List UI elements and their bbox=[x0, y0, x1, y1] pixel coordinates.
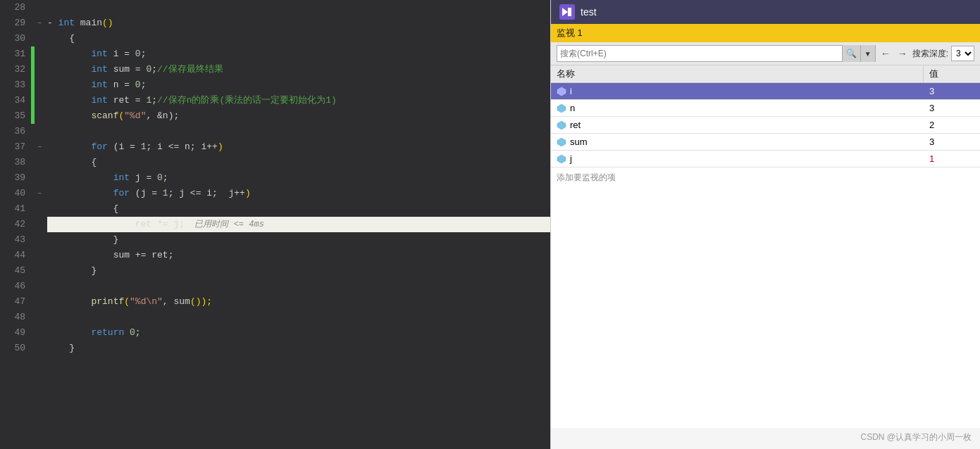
code-line: int i = 0; bbox=[47, 46, 550, 62]
line-number: 43 bbox=[6, 232, 25, 248]
watch-row[interactable]: ret2 bbox=[551, 117, 980, 134]
line-number: 47 bbox=[6, 294, 25, 310]
line-number: 31 bbox=[6, 46, 25, 62]
line-number: 30 bbox=[6, 31, 25, 46]
watch-table-header: 名称 值 bbox=[551, 65, 980, 83]
code-line bbox=[47, 310, 550, 325]
code-token: ; bbox=[141, 46, 147, 62]
collapse-cell bbox=[35, 201, 44, 217]
code-token: int bbox=[91, 93, 107, 108]
code-token: 0 bbox=[146, 62, 151, 77]
collapse-cell[interactable]: − bbox=[35, 15, 44, 31]
code-token bbox=[47, 248, 113, 263]
code-token: int bbox=[91, 77, 107, 93]
line-number: 37 bbox=[6, 139, 25, 155]
panel-title: test bbox=[581, 6, 597, 18]
code-line: } bbox=[47, 341, 550, 356]
code-token: ); bbox=[168, 108, 180, 124]
search-dropdown-btn[interactable]: ▼ bbox=[860, 45, 875, 62]
line-number: 46 bbox=[6, 279, 25, 294]
code-token: ++ bbox=[234, 186, 245, 201]
watch-var-name: sum bbox=[570, 137, 588, 147]
code-token bbox=[47, 294, 91, 310]
watch-var-value: 1 bbox=[924, 153, 980, 164]
watch-panel: test 监视 1 🔍 ▼ ← → 搜索深度: 3 1 2 4 5 名称 值 i… bbox=[550, 0, 980, 449]
code-token: ; bbox=[135, 325, 141, 341]
code-token: ; bbox=[141, 77, 147, 93]
line-number: 32 bbox=[6, 62, 25, 77]
variable-cube-icon bbox=[557, 103, 566, 113]
code-token: ret *= j; bbox=[135, 217, 185, 232]
code-token: 0 bbox=[135, 46, 141, 62]
depth-label: 搜索深度: bbox=[912, 48, 948, 60]
collapse-cell bbox=[35, 62, 44, 77]
code-area: 2829303132333435363738394041424344454647… bbox=[0, 0, 550, 449]
code-line: } bbox=[47, 232, 550, 248]
code-token: ; j <= i; j bbox=[168, 186, 235, 201]
search-input[interactable] bbox=[557, 49, 842, 58]
svg-rect-1 bbox=[568, 8, 571, 16]
code-token: 1 bbox=[163, 186, 168, 201]
line-number: 39 bbox=[6, 170, 25, 186]
watch-table: 名称 值 i3n3ret2sum3j1 添加要监视的项 bbox=[551, 65, 980, 428]
code-line: int j = 0; bbox=[47, 170, 550, 186]
line-number: 48 bbox=[6, 310, 25, 325]
code-token: ( bbox=[124, 294, 130, 310]
line-number: 49 bbox=[6, 325, 25, 341]
code-line bbox=[47, 279, 550, 294]
panel-tab[interactable]: 监视 1 bbox=[551, 24, 980, 42]
collapse-col: −−− bbox=[35, 0, 44, 449]
code-token: 0 bbox=[135, 77, 141, 93]
variable-cube-icon bbox=[557, 137, 566, 147]
line-number: 35 bbox=[6, 108, 25, 124]
code-token: int bbox=[91, 46, 107, 62]
line-number: 41 bbox=[6, 201, 25, 217]
code-token: i = bbox=[108, 46, 135, 62]
code-token: () bbox=[102, 15, 113, 31]
code-token bbox=[47, 325, 91, 341]
code-token: sum += ret; bbox=[113, 248, 174, 263]
collapse-cell[interactable]: − bbox=[35, 186, 44, 201]
code-editor: 2829303132333435363738394041424344454647… bbox=[0, 0, 550, 449]
code-line: int sum = 0;//保存最终结果 bbox=[47, 62, 550, 77]
collapse-cell bbox=[35, 325, 44, 341]
watch-var-value: 2 bbox=[924, 120, 980, 130]
code-token: //保存最终结果 bbox=[157, 62, 223, 77]
code-token: main bbox=[75, 15, 102, 31]
search-input-wrapper[interactable]: 🔍 ▼ bbox=[557, 45, 876, 62]
search-prev-btn[interactable]: ← bbox=[879, 49, 893, 58]
variable-cube-icon bbox=[557, 120, 566, 130]
watch-var-name: j bbox=[570, 153, 572, 164]
svg-marker-0 bbox=[562, 8, 568, 16]
code-token: //保存n的阶乘(乘法的话一定要初始化为1) bbox=[157, 93, 337, 108]
panel-footer: CSDN @认真学习的小周一枚 bbox=[551, 428, 980, 449]
code-token: scanf bbox=[91, 108, 118, 124]
watch-row[interactable]: j1 bbox=[551, 151, 980, 167]
depth-select[interactable]: 3 1 2 4 5 bbox=[951, 46, 974, 61]
code-token: 1 bbox=[146, 93, 151, 108]
code-token: , &n bbox=[146, 108, 168, 124]
code-token bbox=[47, 62, 91, 77]
code-line: for (j = 1; j <= i; j++) bbox=[47, 186, 550, 201]
line-number: 38 bbox=[6, 155, 25, 170]
code-token: n = bbox=[108, 77, 135, 93]
watch-row[interactable]: sum3 bbox=[551, 134, 980, 151]
search-next-btn[interactable]: → bbox=[895, 49, 910, 58]
svg-marker-4 bbox=[557, 121, 566, 129]
code-line: { bbox=[47, 201, 550, 217]
code-token bbox=[47, 46, 91, 62]
watch-row-name: j bbox=[551, 153, 924, 164]
collapse-cell[interactable]: − bbox=[35, 139, 44, 155]
search-button[interactable]: 🔍 bbox=[842, 45, 860, 62]
svg-marker-2 bbox=[557, 87, 566, 96]
add-watch-hint[interactable]: 添加要监视的项 bbox=[551, 167, 980, 188]
code-line bbox=[47, 0, 550, 15]
code-line: - int main() bbox=[47, 15, 550, 31]
code-token: 0 bbox=[130, 325, 135, 341]
code-token: "%d" bbox=[124, 108, 146, 124]
code-token: } bbox=[47, 263, 97, 279]
watch-row[interactable]: i3 bbox=[551, 83, 980, 100]
line-number: 29 bbox=[6, 15, 25, 31]
code-line: int n = 0; bbox=[47, 77, 550, 93]
watch-row[interactable]: n3 bbox=[551, 100, 980, 117]
